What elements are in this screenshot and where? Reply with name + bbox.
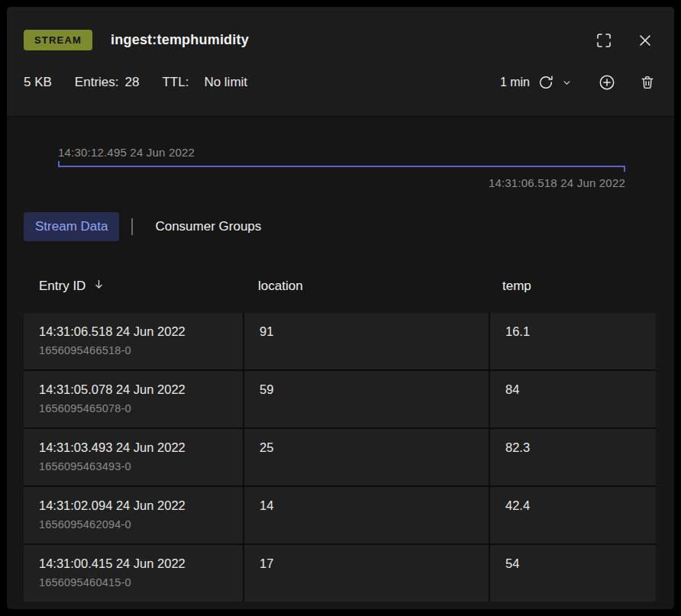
entries-label: Entries: <box>75 75 119 90</box>
temp-cell: 54 <box>490 545 656 601</box>
close-button[interactable] <box>636 31 654 50</box>
stream-key-panel: STREAM ingest:temphumidity <box>7 7 674 609</box>
table-body: 14:31:06.518 24 Jun 2022 1656095466518-0… <box>24 313 656 601</box>
plus-circle-icon <box>598 73 616 92</box>
fullscreen-button[interactable] <box>595 31 613 50</box>
column-header-temp: temp <box>487 264 656 313</box>
timeline-handle-start[interactable] <box>58 161 60 167</box>
location-cell: 25 <box>244 429 489 485</box>
timeline-end-label: 14:31:06.518 24 Jun 2022 <box>58 176 625 189</box>
entry-id-cell: 14:31:02.094 24 Jun 2022 1656095462094-0 <box>24 487 243 543</box>
fullscreen-icon <box>595 31 613 50</box>
location-cell: 17 <box>244 545 489 601</box>
trash-icon <box>639 74 656 91</box>
ttl-value: No limit <box>204 75 247 90</box>
entries-value: 28 <box>125 75 140 90</box>
refresh-button[interactable] <box>537 74 554 91</box>
entry-id-cell: 14:31:03.493 24 Jun 2022 1656095463493-0 <box>24 429 243 485</box>
column-header-entry-id[interactable]: Entry ID <box>24 264 243 313</box>
entry-id-cell: 14:31:05.078 24 Jun 2022 1656095465078-0 <box>24 371 243 427</box>
add-entry-button[interactable] <box>598 73 616 92</box>
location-cell: 91 <box>244 313 489 369</box>
delete-key-button[interactable] <box>639 74 656 91</box>
chevron-down-icon <box>562 78 572 88</box>
close-icon <box>636 31 654 50</box>
key-size-value: 5 KB <box>24 75 52 90</box>
sort-desc-icon <box>92 278 105 295</box>
timeline-start-label: 14:30:12.495 24 Jun 2022 <box>58 146 625 159</box>
tab-consumer-groups[interactable]: Consumer Groups <box>144 212 273 241</box>
tab-stream-data[interactable]: Stream Data <box>24 212 119 241</box>
temp-cell: 84 <box>490 371 656 427</box>
temp-cell: 42.4 <box>490 487 656 543</box>
entry-id-cell: 14:31:06.518 24 Jun 2022 1656095466518-0 <box>24 313 243 369</box>
refresh-interval-label: 1 min <box>500 76 530 89</box>
refresh-settings-button[interactable] <box>562 78 572 88</box>
table-row: 14:31:06.518 24 Jun 2022 1656095466518-0… <box>24 313 656 369</box>
entry-id-cell: 14:31:00.415 24 Jun 2022 1656095460415-0 <box>24 545 243 601</box>
header: STREAM ingest:temphumidity <box>7 7 674 117</box>
temp-cell: 82.3 <box>490 429 656 485</box>
table-row: 14:31:00.415 24 Jun 2022 1656095460415-0… <box>24 545 656 601</box>
ttl-label: TTL: <box>162 75 189 90</box>
view-tabs: Stream Data Consumer Groups <box>24 212 656 241</box>
table-row: 14:31:05.078 24 Jun 2022 1656095465078-0… <box>24 371 656 427</box>
key-stats-row: 5 KB Entries: 28 TTL: No limit 1 min <box>7 50 674 116</box>
stream-entries-table: Entry ID location temp <box>24 264 656 601</box>
column-header-location: location <box>243 264 487 313</box>
key-name-title: ingest:temphumidity <box>111 32 249 48</box>
timeline-range: 14:30:12.495 24 Jun 2022 14:31:06.518 24… <box>58 146 625 189</box>
location-cell: 59 <box>244 371 489 427</box>
table-row: 14:31:02.094 24 Jun 2022 1656095462094-0… <box>24 487 656 543</box>
refresh-icon <box>537 74 554 91</box>
key-type-badge: STREAM <box>24 30 92 50</box>
table-row: 14:31:03.493 24 Jun 2022 1656095463493-0… <box>24 429 656 485</box>
timeline-track[interactable] <box>58 166 625 167</box>
table-header-row: Entry ID location temp <box>24 264 656 313</box>
location-cell: 14 <box>244 487 489 543</box>
temp-cell: 16.1 <box>490 313 656 369</box>
tab-divider <box>131 218 133 235</box>
timeline-handle-end[interactable] <box>624 166 625 172</box>
